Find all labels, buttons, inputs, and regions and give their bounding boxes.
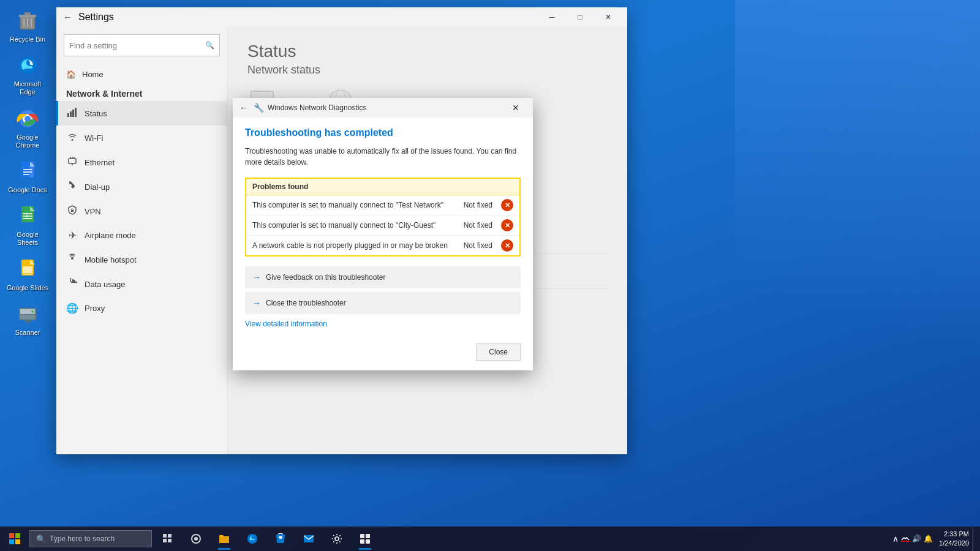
svg-rect-57 bbox=[15, 533, 20, 538]
desktop-icon-edge[interactable]: Microsoft Edge bbox=[3, 51, 52, 99]
svg-rect-12 bbox=[23, 171, 32, 173]
sidebar-item-hotspot[interactable]: Mobile hotspot bbox=[56, 247, 227, 272]
svg-rect-28 bbox=[70, 111, 72, 117]
dialog-close-button[interactable]: Close bbox=[476, 343, 521, 361]
diagnostics-back-button[interactable]: ← bbox=[238, 102, 250, 114]
sidebar-item-status[interactable]: Status bbox=[56, 101, 227, 126]
svg-rect-21 bbox=[23, 274, 32, 275]
problem-row-3: A network cable is not properly plugged … bbox=[246, 236, 519, 255]
close-troubleshooter-button[interactable]: → Close the troubleshooter bbox=[245, 292, 521, 314]
search-input[interactable] bbox=[69, 41, 205, 50]
taskbar-store-button[interactable] bbox=[267, 527, 294, 551]
sidebar-item-proxy[interactable]: 🌐 Proxy bbox=[56, 296, 227, 320]
start-button[interactable] bbox=[0, 527, 29, 551]
diagnostics-title: Windows Network Diagnostics bbox=[268, 103, 366, 112]
desktop-icon-slides[interactable]: Google Slides bbox=[3, 255, 52, 294]
settings-back-button[interactable]: ← bbox=[61, 11, 74, 23]
status-label: Status bbox=[85, 109, 107, 118]
vpn-label: VPN bbox=[85, 207, 101, 216]
datausage-icon bbox=[66, 278, 78, 290]
home-label: Home bbox=[82, 70, 104, 79]
sidebar-item-ethernet[interactable]: Ethernet bbox=[56, 150, 227, 174]
desktop-icons-panel: Recycle Bin Microsoft Edge Google Chrome bbox=[0, 0, 55, 465]
svg-rect-71 bbox=[366, 539, 370, 544]
feedback-arrow-icon: → bbox=[252, 272, 261, 282]
chrome-icon bbox=[15, 107, 40, 131]
problem-2-desc: This computer is set to manually connect… bbox=[252, 221, 459, 230]
close-troubleshooter-label: Close the troubleshooter bbox=[266, 299, 346, 307]
taskbar-right: ∧ 🔊 🔔 2:33 PM 1/24/2020 bbox=[890, 527, 980, 551]
chrome-label: Google Chrome bbox=[6, 133, 50, 149]
wifi-icon bbox=[66, 132, 78, 144]
problems-found-box: Problems found This computer is set to m… bbox=[245, 178, 521, 257]
titlebar-controls: ─ □ ✕ bbox=[538, 7, 622, 27]
svg-rect-16 bbox=[23, 216, 32, 217]
svg-rect-11 bbox=[23, 169, 32, 170]
titlebar-left: ← Settings bbox=[61, 11, 114, 23]
volume-icon[interactable]: 🔊 bbox=[912, 534, 921, 543]
svg-rect-25 bbox=[25, 320, 30, 323]
airplane-icon: ✈ bbox=[66, 230, 78, 241]
hotspot-label: Mobile hotspot bbox=[85, 255, 137, 264]
taskbar-mail-button[interactable] bbox=[295, 527, 322, 551]
restore-button[interactable]: □ bbox=[566, 7, 594, 27]
feedback-button[interactable]: → Give feedback on this troubleshooter bbox=[245, 266, 521, 288]
svg-rect-15 bbox=[23, 213, 32, 214]
diagnostics-close-button[interactable]: ✕ bbox=[503, 98, 528, 118]
taskbar-edge-button[interactable] bbox=[239, 527, 266, 551]
svg-point-65 bbox=[194, 537, 198, 541]
desktop-icon-chrome[interactable]: Google Chrome bbox=[3, 104, 52, 152]
taskbar-sys-icons: ∧ 🔊 🔔 bbox=[890, 534, 935, 544]
diagnostics-description: Troubleshooting was unable to automatica… bbox=[245, 146, 521, 168]
cortana-button[interactable] bbox=[183, 527, 209, 551]
close-button[interactable]: ✕ bbox=[594, 7, 622, 27]
search-box[interactable]: 🔍 bbox=[64, 34, 220, 56]
airplane-label: Airplane mode bbox=[85, 231, 136, 240]
sidebar-category-title: Network & Internet bbox=[56, 85, 227, 101]
sidebar-home-button[interactable]: 🏠 Home bbox=[56, 64, 227, 85]
sidebar-item-dialup[interactable]: Dial-up bbox=[56, 174, 227, 199]
diagnostics-body: Troubleshooting has completed Troublesho… bbox=[233, 118, 533, 339]
notifications-icon[interactable]: 🔔 bbox=[924, 534, 933, 543]
taskbar-settings-button[interactable] bbox=[323, 527, 350, 551]
sidebar-item-vpn[interactable]: VPN bbox=[56, 199, 227, 223]
minimize-button[interactable]: ─ bbox=[538, 7, 566, 27]
svg-rect-58 bbox=[9, 539, 14, 544]
show-desktop-button[interactable] bbox=[973, 527, 975, 551]
settings-title: Settings bbox=[78, 12, 114, 23]
problem-2-x-icon: ✕ bbox=[501, 219, 513, 231]
sidebar-item-wifi[interactable]: Wi-Fi bbox=[56, 126, 227, 150]
desktop-icon-docs[interactable]: Google Docs bbox=[3, 157, 52, 197]
svg-rect-24 bbox=[20, 315, 35, 319]
svg-rect-70 bbox=[360, 539, 364, 544]
proxy-label: Proxy bbox=[85, 304, 105, 313]
desktop-icon-scanner[interactable]: Scanner bbox=[3, 299, 52, 339]
svg-point-67 bbox=[335, 537, 339, 541]
problem-row-2: This computer is set to manually connect… bbox=[246, 216, 519, 236]
taskbar-clock[interactable]: 2:33 PM 1/24/2020 bbox=[939, 530, 969, 549]
taskbar-explorer-button[interactable] bbox=[211, 527, 238, 551]
chevron-up-icon[interactable]: ∧ bbox=[892, 534, 899, 544]
taskbar-search[interactable]: 🔍 Type here to search bbox=[29, 530, 152, 547]
task-view-button[interactable] bbox=[154, 527, 181, 551]
problems-found-header: Problems found bbox=[246, 179, 519, 195]
vpn-icon bbox=[66, 205, 78, 217]
taskbar: 🔍 Type here to search bbox=[0, 527, 980, 551]
slides-label: Google Slides bbox=[7, 284, 49, 292]
sidebar-item-airplane[interactable]: ✈ Airplane mode bbox=[56, 223, 227, 247]
diagnostics-icon: 🔧 bbox=[254, 103, 264, 113]
desktop-icon-recycle-bin[interactable]: Recycle Bin bbox=[3, 6, 52, 46]
docs-label: Google Docs bbox=[8, 186, 47, 194]
desktop-icon-sheets[interactable]: Google Sheets bbox=[3, 201, 52, 249]
diag-titlebar-left: ← 🔧 Windows Network Diagnostics bbox=[238, 102, 366, 114]
recycle-bin-label: Recycle Bin bbox=[10, 36, 45, 43]
svg-point-37 bbox=[71, 257, 74, 260]
svg-rect-27 bbox=[67, 113, 69, 117]
taskbar-settings-app-button[interactable] bbox=[352, 527, 379, 551]
feedback-label: Give feedback on this troubleshooter bbox=[266, 273, 385, 282]
view-detail-link[interactable]: View detailed information bbox=[245, 320, 327, 328]
sidebar-item-datausage[interactable]: Data usage bbox=[56, 272, 227, 296]
svg-rect-29 bbox=[72, 110, 74, 117]
settings-sidebar: 🔍 🏠 Home Network & Internet Status Wi-Fi bbox=[56, 27, 228, 454]
dialup-label: Dial-up bbox=[85, 182, 110, 192]
